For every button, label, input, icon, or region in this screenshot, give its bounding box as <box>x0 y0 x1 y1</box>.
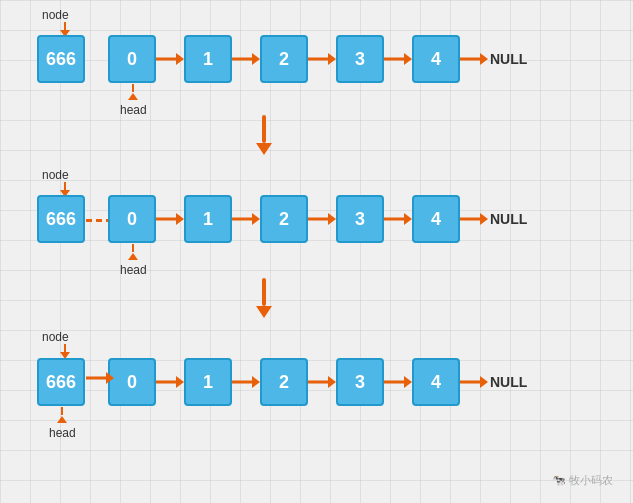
row2-dashed-arrow <box>86 219 108 222</box>
row1-null: NULL <box>490 51 527 67</box>
row2-node-0: 0 <box>108 195 156 243</box>
diagram-container: node 666 0 1 2 3 4 NULL head node <box>0 0 633 503</box>
watermark: 🐄 牧小码农 <box>552 473 613 488</box>
row3-node-3: 3 <box>336 358 384 406</box>
row3-node-0: 0 <box>108 358 156 406</box>
row1-node-2: 2 <box>260 35 308 83</box>
row3-node-2: 2 <box>260 358 308 406</box>
row1-list: 0 1 2 3 4 NULL <box>108 35 527 83</box>
row1-head-label: head <box>120 84 147 117</box>
row1-node-label: node <box>42 8 69 22</box>
row2-node-2: 2 <box>260 195 308 243</box>
row1-node-4: 4 <box>412 35 460 83</box>
row3-node-666: 666 <box>37 358 85 406</box>
row3-node-1: 1 <box>184 358 232 406</box>
row2-head-label: head <box>120 244 147 277</box>
big-arrow-2-3 <box>256 278 272 318</box>
row2-node-4: 4 <box>412 195 460 243</box>
row2-node-label: node <box>42 168 69 182</box>
row1-node-666: 666 <box>37 35 85 83</box>
row2-node-1: 1 <box>184 195 232 243</box>
row3-node-4: 4 <box>412 358 460 406</box>
row2-list: 0 1 2 3 4 NULL <box>108 195 527 243</box>
row3-null: NULL <box>490 374 527 390</box>
row1-node-3: 3 <box>336 35 384 83</box>
row1-node-0: 0 <box>108 35 156 83</box>
row2-node-3: 3 <box>336 195 384 243</box>
row3-list: 0 1 2 3 4 NULL <box>108 358 527 406</box>
row1-node-1: 1 <box>184 35 232 83</box>
row3-node-arrow <box>60 344 70 359</box>
big-arrow-1-2 <box>256 115 272 155</box>
row2-null: NULL <box>490 211 527 227</box>
row2-node-666: 666 <box>37 195 85 243</box>
row3-head-label: head <box>49 407 76 440</box>
row3-node-label: node <box>42 330 69 344</box>
